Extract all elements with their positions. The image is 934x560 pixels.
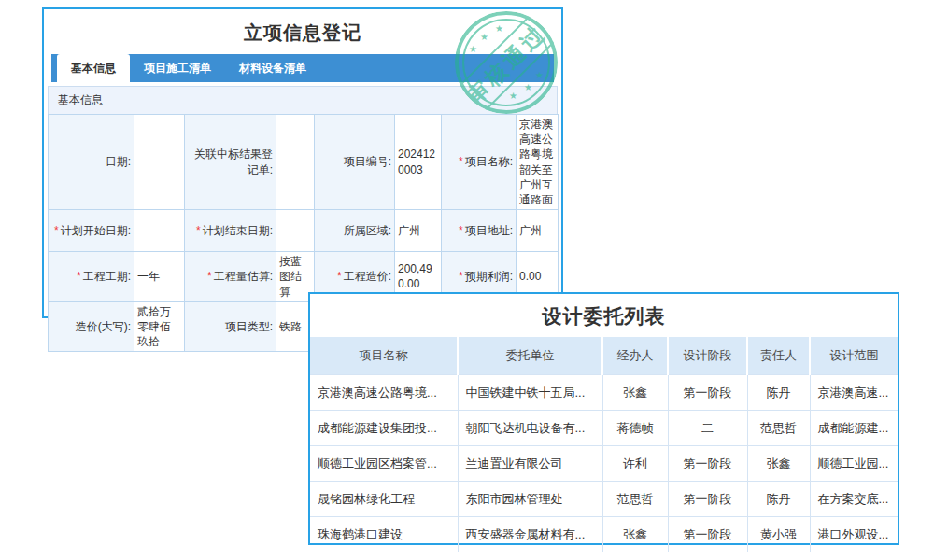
scope-cell: 港口外观设... <box>810 517 898 553</box>
stage-cell: 第一阶段 <box>668 482 747 517</box>
required-star: * <box>54 224 59 237</box>
column-header-owner: 责任人 <box>747 337 810 375</box>
column-header-scope: 设计范围 <box>810 337 898 375</box>
required-star: * <box>196 224 201 237</box>
project-name-link[interactable]: 京港澳高速公路粤境... <box>310 375 458 411</box>
handler-link[interactable]: 蒋德帧 <box>602 411 668 446</box>
handler-link[interactable]: 张鑫 <box>602 517 668 553</box>
field-value-duration: 一年 <box>134 252 185 302</box>
field-value-plan-start <box>134 210 185 252</box>
column-header-handler: 经办人 <box>602 337 668 375</box>
design-commission-table: 项目名称 委托单位 经办人 设计阶段 责任人 设计范围 京港澳高速公路粤境...… <box>310 337 898 552</box>
required-star: * <box>337 270 342 283</box>
table-row: 珠海鹤港口建设 西安盛器金属材料有... 张鑫 第一阶段 黄小强 港口外观设..… <box>310 517 898 553</box>
field-label-project-name: *项目名称: <box>442 115 517 210</box>
project-registration-panel: 立项信息登记 基本信息 项目施工清单 材料设备清单 基本信息 日期: 关联中标结… <box>42 7 563 318</box>
scope-cell: 在方案交底... <box>810 482 898 517</box>
field-label-quantity-estimate: *工程量估算: <box>185 252 276 302</box>
client-cell: 西安盛器金属材料有... <box>458 517 602 553</box>
required-star: * <box>207 270 212 283</box>
field-label-project-type: 项目类型: <box>185 301 276 352</box>
column-header-project-name: 项目名称 <box>310 337 458 375</box>
field-label-project-number: 项目编号: <box>315 115 395 210</box>
field-value-project-number: 2024120003 <box>395 115 442 210</box>
tab-material-equipment-list[interactable]: 材料设备清单 <box>225 54 320 82</box>
stage-cell: 二 <box>668 411 747 446</box>
project-name-link[interactable]: 晟铭园林绿化工程 <box>310 482 458 517</box>
table-row: 顺德工业园区档案管... 兰迪置业有限公司 许利 第一阶段 张鑫 顺德工业园..… <box>310 446 898 482</box>
table-header-row: 项目名称 委托单位 经办人 设计阶段 责任人 设计范围 <box>310 337 898 375</box>
scope-cell: 成都能源建... <box>810 411 898 446</box>
field-value-date <box>134 115 185 210</box>
section-header-basic-info: 基本信息 <box>48 86 558 114</box>
field-value-cost-in-words: 贰拾万零肆佰玖拾 <box>134 301 185 352</box>
client-cell: 东阳市园林管理处 <box>458 482 602 517</box>
table-row: 晟铭园林绿化工程 东阳市园林管理处 范思哲 第一阶段 陈丹 在方案交底... <box>310 482 898 517</box>
field-value-plan-end <box>276 210 315 252</box>
registration-tab-bar: 基本信息 项目施工清单 材料设备清单 <box>51 54 554 82</box>
design-list-title: 设计委托列表 <box>310 294 898 337</box>
project-name-link[interactable]: 成都能源建设集团投... <box>310 411 458 446</box>
field-label-date: 日期: <box>49 115 134 210</box>
scope-cell: 顺德工业园... <box>810 446 898 482</box>
owner-link[interactable]: 范思哲 <box>747 411 810 446</box>
field-label-project-address: *项目地址: <box>442 210 517 252</box>
field-value-project-name: 京港澳高速公路粤境韶关至广州互通路面 <box>517 115 559 210</box>
column-header-client: 委托单位 <box>458 337 602 375</box>
scope-cell: 京港澳高速... <box>810 375 898 411</box>
client-cell: 朝阳飞达机电设备有... <box>458 411 602 446</box>
owner-link[interactable]: 张鑫 <box>747 446 810 482</box>
field-label-duration: *工程工期: <box>49 252 134 302</box>
registration-panel-title: 立项信息登记 <box>44 9 561 54</box>
owner-link[interactable]: 陈丹 <box>747 482 810 517</box>
owner-link[interactable]: 陈丹 <box>747 375 810 411</box>
client-cell: 中国铁建中铁十五局... <box>458 375 602 411</box>
field-value-bid-result <box>276 115 315 210</box>
tab-construction-list[interactable]: 项目施工清单 <box>130 54 225 82</box>
field-value-region: 广州 <box>395 210 442 252</box>
field-label-region: 所属区域: <box>315 210 395 252</box>
stage-cell: 第一阶段 <box>668 375 747 411</box>
project-name-link[interactable]: 顺德工业园区档案管... <box>310 446 458 482</box>
project-name-link[interactable]: 珠海鹤港口建设 <box>310 517 458 553</box>
required-star: * <box>459 224 463 237</box>
table-row: 京港澳高速公路粤境... 中国铁建中铁十五局... 张鑫 第一阶段 陈丹 京港澳… <box>310 375 898 411</box>
column-header-stage: 设计阶段 <box>668 337 747 375</box>
required-star: * <box>77 270 81 283</box>
field-label-plan-start: *计划开始日期: <box>49 210 134 252</box>
field-label-bid-result: 关联中标结果登记单: <box>185 115 276 210</box>
handler-link[interactable]: 范思哲 <box>602 482 668 517</box>
handler-link[interactable]: 许利 <box>602 446 668 482</box>
required-star: * <box>459 155 463 168</box>
stage-cell: 第一阶段 <box>668 446 747 482</box>
required-star: * <box>459 270 463 283</box>
design-commission-panel: 设计委托列表 项目名称 委托单位 经办人 设计阶段 责任人 设计范围 京港澳高速… <box>308 292 899 545</box>
stage-cell: 第一阶段 <box>668 517 747 553</box>
owner-link[interactable]: 黄小强 <box>747 517 810 553</box>
tab-basic-info[interactable]: 基本信息 <box>57 54 130 82</box>
field-label-cost-in-words: 造价(大写): <box>49 301 134 352</box>
table-row: 成都能源建设集团投... 朝阳飞达机电设备有... 蒋德帧 二 范思哲 成都能源… <box>310 411 898 446</box>
field-value-project-address: 广州 <box>517 210 559 252</box>
client-cell: 兰迪置业有限公司 <box>458 446 602 482</box>
form-row: 日期: 关联中标结果登记单: 项目编号: 2024120003 *项目名称: 京… <box>49 115 559 210</box>
handler-link[interactable]: 张鑫 <box>602 375 668 411</box>
field-label-plan-end: *计划结束日期: <box>185 210 276 252</box>
form-row: *计划开始日期: *计划结束日期: 所属区域: 广州 *项目地址: 广州 <box>49 210 559 252</box>
